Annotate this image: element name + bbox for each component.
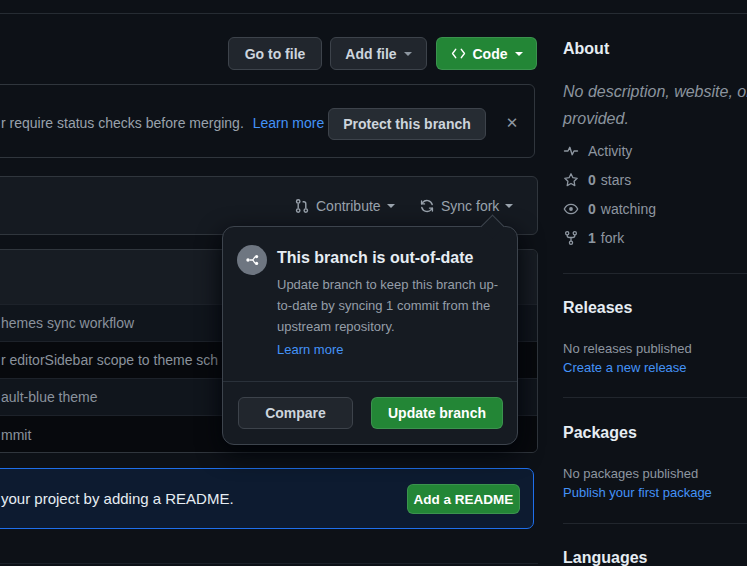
commit-message: mmit [1, 427, 31, 443]
languages-heading: Languages [563, 549, 647, 566]
sidebar-divider [563, 523, 747, 524]
go-to-file-button[interactable]: Go to file [228, 37, 322, 70]
sync-fork-label: Sync fork [441, 198, 499, 214]
sidebar-divider [563, 273, 747, 274]
publish-package-link[interactable]: Publish your first package [563, 485, 712, 500]
sidebar-item-stars[interactable]: 0 stars [563, 172, 631, 188]
about-heading: About [563, 40, 609, 58]
sidebar-divider [563, 397, 747, 398]
code-button[interactable]: Code [436, 37, 537, 70]
commit-message: hemes sync workflow [1, 315, 134, 331]
chevron-down-icon [505, 204, 513, 208]
fork-count: 1 [588, 230, 596, 246]
git-branch-icon [244, 252, 260, 268]
create-release-link[interactable]: Create a new release [563, 360, 687, 375]
chevron-down-icon [515, 52, 523, 56]
sidebar-item-label: fork [601, 230, 624, 246]
packages-empty-text: No packages published [563, 466, 698, 481]
sync-icon [419, 198, 435, 214]
commit-message: r editorSidebar scope to theme sch [1, 352, 218, 368]
update-branch-button[interactable]: Update branch [371, 397, 503, 429]
git-compare-icon [294, 198, 310, 214]
sidebar: About No description, website, or topics… [563, 0, 747, 566]
eye-icon [563, 201, 579, 217]
close-icon[interactable]: ✕ [502, 107, 522, 139]
popover-divider [223, 381, 517, 382]
protect-branch-banner: r require status checks before merging. … [0, 84, 535, 158]
fork-icon [563, 230, 579, 246]
sidebar-item-forks[interactable]: 1 fork [563, 230, 624, 246]
packages-heading: Packages [563, 424, 637, 442]
popover-body: Update branch to keep this branch up- to… [277, 274, 515, 337]
protect-banner-text: r require status checks before merging. … [1, 115, 324, 131]
add-file-label: Add file [345, 46, 396, 62]
popover-title: This branch is out-of-date [277, 249, 473, 267]
sidebar-item-activity[interactable]: Activity [563, 143, 632, 159]
compare-button[interactable]: Compare [238, 397, 353, 429]
activity-icon [563, 143, 579, 159]
sidebar-item-label: watching [601, 201, 656, 217]
contribute-label: Contribute [316, 198, 381, 214]
branch-status-icon [237, 245, 267, 275]
readme-banner: your project by adding a README. Add a R… [0, 468, 534, 529]
chevron-down-icon [387, 204, 395, 208]
star-count: 0 [588, 172, 596, 188]
sidebar-item-watching[interactable]: 0 watching [563, 201, 656, 217]
releases-heading: Releases [563, 299, 632, 317]
sync-fork-popover: This branch is out-of-date Update branch… [222, 226, 518, 445]
protect-learn-more-link[interactable]: Learn more [253, 115, 325, 131]
popover-learn-more-link[interactable]: Learn more [277, 342, 343, 357]
add-file-button[interactable]: Add file [330, 37, 427, 70]
commit-message: ault-blue theme [1, 389, 98, 405]
readme-banner-text: your project by adding a README. [1, 490, 234, 507]
sidebar-item-label: stars [601, 172, 631, 188]
section-divider [0, 563, 538, 564]
protect-this-branch-button[interactable]: Protect this branch [328, 108, 486, 140]
chevron-down-icon [404, 52, 412, 56]
watching-count: 0 [588, 201, 596, 217]
releases-empty-text: No releases published [563, 341, 692, 356]
github-repo-page: Go to file Add file Code r require statu… [0, 0, 747, 566]
go-to-file-label: Go to file [245, 46, 306, 62]
sidebar-item-label: Activity [588, 143, 632, 159]
code-icon [451, 46, 466, 61]
code-label: Code [473, 46, 508, 62]
about-description: No description, website, or topics provi… [563, 78, 747, 132]
add-readme-button[interactable]: Add a README [407, 484, 520, 514]
star-icon [563, 172, 579, 188]
